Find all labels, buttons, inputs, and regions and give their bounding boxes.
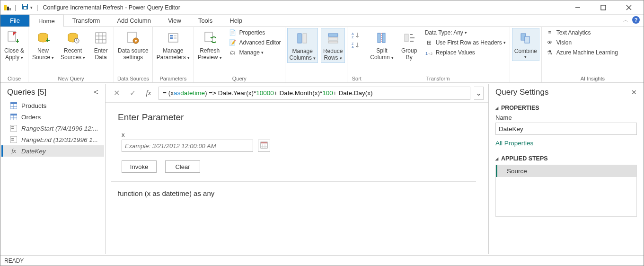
tab-add-column[interactable]: Add Column: [108, 15, 159, 27]
combine-icon: [517, 29, 535, 47]
manage-button[interactable]: 🗂Manage: [227, 49, 283, 57]
maximize-button[interactable]: [596, 2, 610, 13]
svg-rect-57: [11, 138, 14, 139]
sort-desc-button[interactable]: ZA: [349, 41, 364, 49]
vision-button[interactable]: 👁Vision: [544, 39, 620, 47]
svg-point-21: [135, 40, 137, 42]
group-by-icon: [400, 29, 418, 47]
query-label: RangeEnd (12/31/1996 1...: [21, 136, 98, 143]
group-label-transform: Transform: [368, 76, 507, 82]
svg-rect-58: [11, 140, 14, 141]
svg-rect-27: [205, 32, 212, 42]
table-icon: [10, 113, 18, 121]
group-label-close: Close: [2, 76, 26, 82]
tab-file[interactable]: File: [0, 15, 29, 27]
svg-rect-60: [261, 142, 267, 143]
tab-help[interactable]: Help: [221, 15, 251, 27]
refresh-preview-button[interactable]: Refresh Preview: [196, 28, 224, 62]
name-label: Name: [495, 114, 637, 121]
split-column-button[interactable]: Split Column: [368, 28, 395, 62]
azure-ml-button[interactable]: ⚗Azure Machine Learning: [544, 49, 620, 57]
save-icon[interactable]: [22, 3, 28, 11]
help-icon[interactable]: ?: [632, 16, 640, 24]
replace-values-button[interactable]: 1→2Replace Values: [423, 49, 508, 57]
replace-values-icon: 1→2: [425, 49, 433, 57]
function-signature: function (x as datetime) as any: [118, 189, 476, 197]
svg-rect-40: [405, 34, 408, 42]
formula-input[interactable]: = (x as datetime) => Date.Year(x)*10000 …: [159, 87, 470, 100]
properties-section-header[interactable]: PROPERTIES: [495, 105, 637, 111]
new-source-icon: [34, 29, 52, 47]
svg-rect-25: [174, 35, 176, 36]
new-source-button[interactable]: New Source: [30, 28, 56, 62]
formula-accept-icon[interactable]: ✓: [126, 87, 139, 99]
close-apply-button[interactable]: Close & Apply: [2, 28, 26, 62]
tab-transform[interactable]: Transform: [64, 15, 109, 27]
collapse-ribbon-icon[interactable]: ︿: [623, 17, 628, 24]
enter-data-button[interactable]: Enter Data: [90, 28, 112, 62]
settings-close-icon[interactable]: ✕: [631, 89, 637, 96]
tab-view[interactable]: View: [159, 15, 190, 27]
step-source[interactable]: Source: [496, 165, 636, 177]
query-item-rangeend[interactable]: RangeEnd (12/31/1996 1...: [1, 134, 104, 145]
parameter-input[interactable]: [122, 140, 253, 152]
parameter-icon: [10, 136, 18, 143]
svg-text:Z: Z: [352, 35, 354, 38]
tab-home[interactable]: Home: [29, 15, 64, 27]
query-item-rangestart[interactable]: RangeStart (7/4/1996 12:...: [1, 123, 104, 134]
group-label-ai: AI Insights: [544, 76, 642, 82]
text-analytics-button[interactable]: ≡Text Analytics: [544, 29, 620, 37]
group-label-parameters: Parameters: [155, 76, 192, 82]
advanced-editor-button[interactable]: 📝Advanced Editor: [227, 39, 283, 47]
headers-icon: ⊞: [425, 39, 433, 47]
query-name-input[interactable]: [495, 123, 637, 135]
svg-rect-37: [378, 33, 380, 43]
svg-rect-23: [170, 35, 173, 36]
svg-rect-4: [23, 4, 27, 6]
settings-title: Query Settings: [495, 88, 548, 97]
data-type-button[interactable]: Data Type: Any: [423, 29, 508, 37]
query-item-products[interactable]: Products: [1, 100, 104, 111]
quick-access-dropdown-icon[interactable]: ▾: [30, 5, 33, 10]
combine-button[interactable]: Combine▾: [512, 28, 539, 61]
manage-columns-button[interactable]: Manage Columns: [287, 28, 318, 63]
svg-rect-44: [525, 36, 529, 43]
formula-cancel-icon[interactable]: ✕: [110, 87, 123, 99]
all-properties-link[interactable]: All Properties: [495, 140, 637, 147]
center-panel: ✕ ✓ fx = (x as datetime) => Date.Year(x)…: [106, 84, 488, 254]
properties-button[interactable]: 📄Properties: [227, 29, 283, 37]
group-by-button[interactable]: Group By: [398, 28, 420, 62]
sort-asc-button[interactable]: AZ: [349, 31, 364, 39]
data-source-settings-button[interactable]: Data source settings: [116, 28, 150, 62]
manage-parameters-button[interactable]: Manage Parameters: [155, 28, 192, 62]
close-window-button[interactable]: [622, 2, 636, 13]
query-label: RangeStart (7/4/1996 12:...: [21, 125, 98, 132]
minimize-button[interactable]: [571, 2, 585, 13]
query-label: DateKey: [21, 148, 46, 155]
enter-parameter-title: Enter Parameter: [118, 112, 476, 123]
applied-steps-header[interactable]: APPLIED STEPS: [495, 155, 637, 162]
reduce-rows-button[interactable]: Reduce Rows: [321, 28, 345, 63]
app-icon: [3, 4, 11, 11]
tab-tools[interactable]: Tools: [190, 15, 221, 27]
first-row-headers-button[interactable]: ⊞Use First Row as Headers: [423, 39, 508, 47]
refresh-icon: [201, 29, 219, 47]
svg-rect-32: [328, 41, 338, 43]
formula-fx-icon[interactable]: fx: [142, 87, 155, 99]
date-picker-button[interactable]: [258, 140, 270, 152]
queries-title: Queries [5]: [7, 88, 46, 97]
adv-editor-icon: 📝: [229, 39, 237, 47]
formula-expand-icon[interactable]: ⌄: [474, 87, 484, 100]
svg-rect-5: [24, 7, 26, 9]
svg-rect-2: [9, 8, 11, 10]
invoke-button[interactable]: Invoke: [122, 160, 157, 173]
queries-collapse-icon[interactable]: <: [94, 88, 98, 97]
svg-rect-24: [170, 37, 173, 39]
status-text: READY: [4, 257, 24, 264]
recent-sources-button[interactable]: Recent Sources: [59, 28, 87, 62]
query-item-orders[interactable]: Orders: [1, 111, 104, 123]
query-item-datekey[interactable]: fx DateKey: [1, 145, 104, 157]
window-title: Configure Incremental Refresh - Power Qu…: [43, 4, 180, 11]
parameter-label: x: [122, 131, 476, 138]
clear-button[interactable]: Clear: [165, 160, 200, 173]
